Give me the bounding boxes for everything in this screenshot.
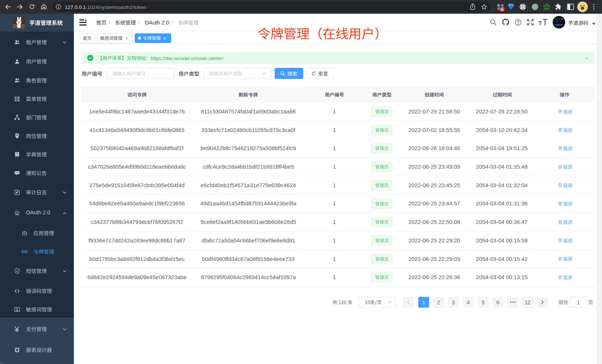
svg-text:9: 9 bbox=[501, 7, 503, 11]
svg-text:A: A bbox=[23, 250, 26, 254]
